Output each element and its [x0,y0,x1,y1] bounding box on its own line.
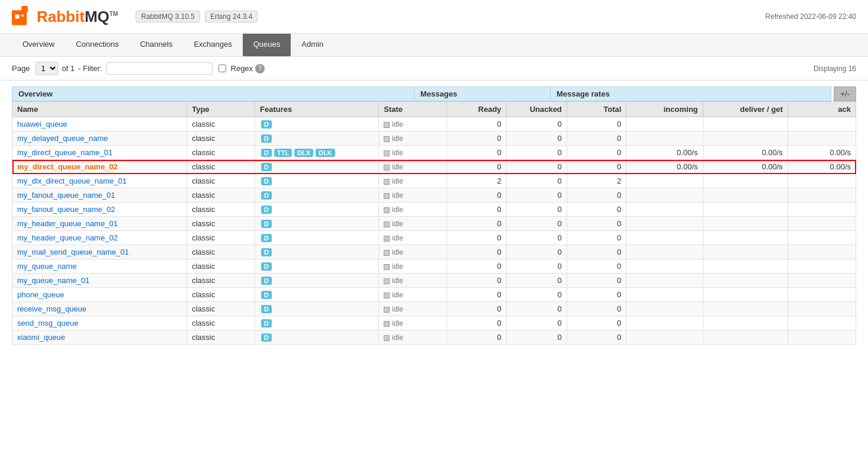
queue-type-cell: classic [187,174,255,188]
queue-name-link[interactable]: my_queue_name_01 [17,276,89,285]
queue-incoming-cell [626,117,703,131]
queue-deliver-cell [703,188,788,203]
queue-name-link[interactable]: my_mail_send_queue_name_01 [17,248,129,256]
queue-state-cell: idle [379,146,447,160]
queue-ready-cell: 0 [447,203,506,217]
displaying-count: Displaying 16 [814,65,856,73]
queue-ack-cell [788,274,856,288]
col-header-total: Total [567,102,626,117]
state-text: idle [392,191,403,200]
feature-badge: D [261,234,272,242]
expand-button[interactable]: +/- [834,86,856,101]
queue-state-cell: idle [379,288,447,302]
queues-table: Name Type Features State Ready Unacked T… [12,101,856,345]
nav-connections[interactable]: Connections [65,34,129,56]
queue-name-link[interactable]: xiaomi_queue [17,333,65,342]
page-select[interactable]: 1 [36,62,58,75]
state-text: idle [392,319,403,327]
regex-checkbox[interactable] [218,65,226,72]
queue-type-cell: classic [187,117,255,131]
queue-name-link[interactable]: receive_msg_queue [17,304,86,313]
queue-name-link[interactable]: phone_queue [17,290,65,299]
queue-type-cell: classic [187,274,255,288]
nav-admin[interactable]: Admin [291,34,334,56]
queue-incoming-cell [626,288,703,302]
queue-features-cell: DTTLDLXDLK [255,146,379,160]
rabbitmq-logo-icon [12,6,33,27]
queue-type-cell: classic [187,131,255,146]
queue-total-cell: 2 [567,174,626,188]
state-text: idle [392,206,403,214]
state-dot-icon [384,221,390,227]
queue-unacked-cell: 0 [506,274,567,288]
queue-deliver-cell [703,302,788,316]
queue-deliver-cell [703,231,788,245]
feature-badge: D [261,177,272,185]
svg-rect-1 [21,6,28,12]
queue-ready-cell: 0 [447,146,506,160]
queue-ack-cell [788,217,856,231]
state-text: idle [392,177,403,185]
rates-section-header: Message rates [551,86,831,101]
table-row: my_delayed_queue_nameclassicDidle000 [12,131,856,146]
col-header-state: State [379,102,447,117]
queue-name-link[interactable]: my_fanout_queue_name_02 [17,205,115,214]
queue-state-cell: idle [379,231,447,245]
feature-badge: D [261,134,272,143]
queue-name-link[interactable]: my_delayed_queue_name [17,134,108,143]
queue-state-cell: idle [379,302,447,316]
queue-ack-cell [788,330,856,345]
nav-overview[interactable]: Overview [12,34,65,56]
queue-name-link[interactable]: my_header_queue_name_01 [17,219,118,228]
nav-queues[interactable]: Queues [243,34,291,56]
state-dot-icon [384,193,390,199]
col-header-deliver: deliver / get [703,102,788,117]
table-row: my_fanout_queue_name_01classicDidle000 [12,188,856,203]
queue-name-link[interactable]: my_queue_name [17,262,76,271]
queue-features-cell: D [255,245,379,259]
queue-features-cell: D [255,302,379,316]
queue-ack-cell [788,316,856,330]
state-text: idle [392,291,403,299]
queue-name-link[interactable]: my_header_queue_name_02 [17,233,118,242]
queue-name-cell: my_queue_name [12,259,187,274]
queue-unacked-cell: 0 [506,288,567,302]
state-dot-icon [384,293,390,298]
queue-name-link[interactable]: my_direct_queue_name_02 [17,162,118,171]
regex-label: Regex [231,64,253,73]
state-text: idle [392,149,403,157]
filter-input[interactable] [106,62,213,75]
state-dot-icon [384,321,390,327]
col-header-features: Features [255,102,379,117]
queue-ack-cell [788,288,856,302]
queue-unacked-cell: 0 [506,146,567,160]
queue-ready-cell: 0 [447,330,506,345]
feature-badge: DLX [294,149,313,157]
queue-ready-cell: 0 [447,259,506,274]
queue-features-cell: D [255,316,379,330]
rabbitmq-version: RabbitMQ 3.10.5 [136,11,200,23]
queue-name-link[interactable]: huawei_queue [17,120,67,129]
col-header-ack: ack [788,102,856,117]
nav-exchanges[interactable]: Exchanges [183,34,242,56]
queue-unacked-cell: 0 [506,160,567,174]
queue-deliver-cell [703,117,788,131]
table-row: phone_queueclassicDidle000 [12,288,856,302]
filter-dash: - Filter: [78,64,102,73]
queue-name-cell: phone_queue [12,288,187,302]
queue-name-link[interactable]: my_dlx_direct_queue_name_01 [17,176,127,185]
queue-name-link[interactable]: my_fanout_queue_name_01 [17,191,115,200]
queue-name-cell: my_fanout_queue_name_02 [12,203,187,217]
state-dot-icon [384,207,390,213]
nav-channels[interactable]: Channels [129,34,183,56]
table-row: receive_msg_queueclassicDidle000 [12,302,856,316]
queue-name-link[interactable]: send_msg_queue [17,319,78,327]
queue-incoming-cell [626,316,703,330]
queue-incoming-cell [626,188,703,203]
queue-name-cell: send_msg_queue [12,316,187,330]
main-content: Overview Messages Message rates +/- Name… [0,81,868,351]
help-icon[interactable]: ? [255,64,265,73]
queue-name-link[interactable]: my_direct_queue_name_01 [17,148,112,157]
queue-features-cell: D [255,330,379,345]
queue-total-cell: 0 [567,274,626,288]
